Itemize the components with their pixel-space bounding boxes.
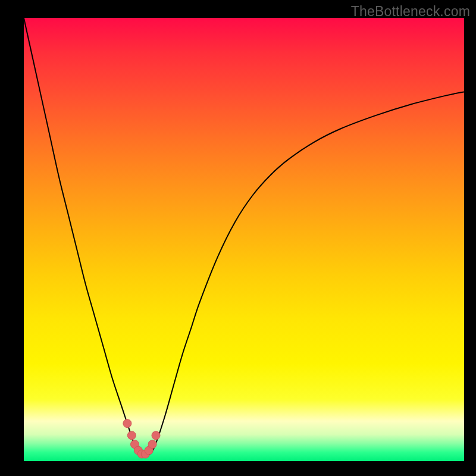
min-dot — [123, 419, 131, 428]
plot-area — [24, 18, 464, 461]
bottleneck-line — [24, 18, 464, 456]
chart-frame: TheBottleneck.com — [0, 0, 476, 476]
min-dot — [127, 431, 136, 440]
min-dot — [148, 440, 156, 449]
min-region-dots — [123, 419, 160, 458]
min-dot — [152, 431, 160, 440]
bottleneck-curve — [24, 18, 464, 461]
watermark-text: TheBottleneck.com — [351, 4, 470, 20]
